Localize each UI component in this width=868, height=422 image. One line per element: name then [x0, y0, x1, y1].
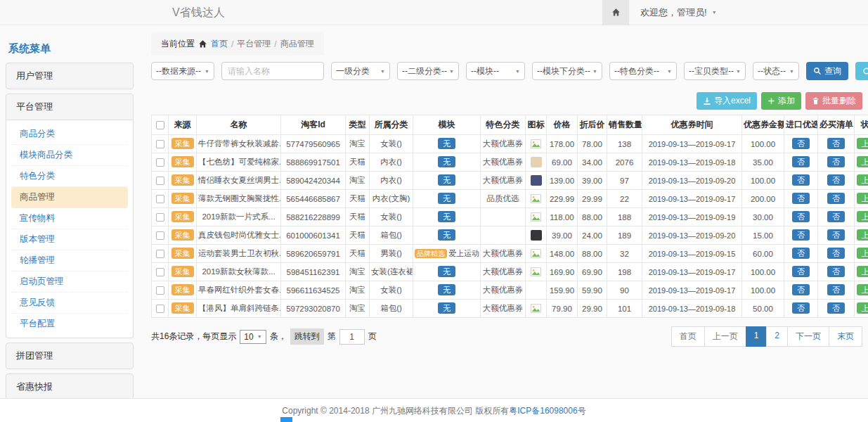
row-checkbox[interactable]: [156, 213, 164, 222]
row-checkbox[interactable]: [156, 231, 164, 240]
select-all-checkbox[interactable]: [156, 121, 164, 129]
navbar-right: 欢迎您，管理员! ▼: [602, 0, 868, 25]
per-page-select[interactable]: 10 ▼: [240, 330, 266, 344]
status-button[interactable]: 上架: [857, 193, 868, 204]
name-search-input[interactable]: [221, 62, 324, 80]
import-select-toggle[interactable]: 否: [792, 229, 810, 241]
must-buy-toggle[interactable]: 否: [827, 156, 845, 167]
taoke-id: 601000601341: [281, 226, 346, 245]
import-select-toggle[interactable]: 否: [792, 284, 810, 295]
row-checkbox[interactable]: [156, 250, 164, 258]
filter-select[interactable]: 一级分类▼: [331, 62, 390, 80]
must-buy-toggle[interactable]: 否: [827, 174, 845, 186]
row-checkbox[interactable]: [156, 286, 164, 295]
pager-button[interactable]: 下一页: [787, 326, 829, 347]
sidebar-subitem[interactable]: 意见反馈: [11, 293, 128, 314]
column-header: 优惠券金额: [742, 115, 784, 135]
must-buy-toggle[interactable]: 否: [827, 284, 845, 295]
module-cell: 无: [413, 135, 481, 153]
sidebar-subitem[interactable]: 版本管理: [11, 229, 128, 250]
import-select-toggle[interactable]: 否: [792, 193, 810, 204]
sidebar-subitem[interactable]: 轮播管理: [11, 250, 128, 271]
row-checkbox[interactable]: [156, 195, 164, 203]
import-excel-button[interactable]: 导入excel: [697, 92, 757, 110]
status-button[interactable]: 上架: [857, 284, 868, 295]
user-menu[interactable]: 欢迎您，管理员! ▼: [629, 0, 868, 25]
filter-select[interactable]: --宝贝类型--▼: [684, 62, 746, 80]
sidebar-group[interactable]: 拼团管理: [6, 343, 134, 369]
sidebar-subitem[interactable]: 商品分类: [11, 124, 128, 145]
module-none-badge[interactable]: 无: [438, 302, 455, 314]
pagination-bar: 共16条记录，每页显示 10 ▼ 条， 跳转到 第 页 首页上一页12下一页末页: [151, 326, 862, 347]
module-none-badge[interactable]: 无: [438, 266, 455, 277]
import-select-toggle[interactable]: 否: [792, 302, 810, 314]
row-checkbox[interactable]: [156, 158, 164, 167]
sidebar-subitem[interactable]: 特色分类: [11, 166, 128, 187]
product-name: 真皮钱包时尚优雅女士...: [197, 226, 281, 245]
sidebar-group-platform[interactable]: 平台管理: [6, 94, 134, 120]
pager-button[interactable]: 1: [746, 326, 767, 347]
pager-button[interactable]: 末页: [829, 326, 862, 347]
batch-delete-button[interactable]: 批量删除: [805, 92, 862, 110]
sidebar-subitem[interactable]: 商品管理: [11, 187, 128, 208]
module-none-badge[interactable]: 无: [438, 193, 455, 204]
module-none-badge[interactable]: 无: [438, 138, 455, 149]
price: 169.90: [547, 263, 578, 281]
trash-icon: [812, 97, 820, 105]
sidebar-subitem[interactable]: 平台配置: [11, 314, 128, 334]
must-buy-toggle[interactable]: 否: [827, 266, 845, 277]
sales-count: 2076: [607, 153, 642, 172]
status-button[interactable]: 上架: [857, 229, 868, 241]
product-name: 情侣睡衣女夏丝绸男士...: [197, 172, 281, 190]
must-buy-toggle[interactable]: 否: [827, 193, 845, 204]
module-none-badge[interactable]: 无: [438, 156, 455, 167]
import-select-toggle[interactable]: 否: [792, 211, 810, 222]
reset-button[interactable]: 重置: [855, 62, 868, 80]
filter-select[interactable]: --状态--▼: [753, 62, 799, 80]
row-checkbox[interactable]: [156, 305, 164, 313]
row-checkbox[interactable]: [156, 177, 164, 185]
must-buy-toggle[interactable]: 否: [827, 211, 845, 222]
status-button[interactable]: 上架: [857, 138, 868, 149]
status-button[interactable]: 上架: [857, 302, 868, 314]
status-button[interactable]: 上架: [857, 266, 868, 277]
row-checkbox[interactable]: [156, 140, 164, 148]
add-button[interactable]: 添加: [761, 92, 801, 110]
status-button[interactable]: 上架: [857, 248, 868, 259]
must-buy-toggle[interactable]: 否: [827, 138, 845, 149]
icp-link[interactable]: 粤ICP备16098006号: [509, 406, 585, 416]
pager-button[interactable]: 2: [766, 326, 788, 347]
sales-count: 22: [607, 190, 642, 208]
must-buy-toggle[interactable]: 否: [827, 229, 845, 241]
status-button[interactable]: 上架: [857, 211, 868, 222]
status-button[interactable]: 上架: [857, 156, 868, 167]
jump-page-input[interactable]: [339, 329, 365, 345]
filter-select[interactable]: --二级分类--▼: [397, 62, 459, 80]
breadcrumb-home-link[interactable]: 首页: [211, 38, 228, 50]
import-select-toggle[interactable]: 否: [792, 266, 810, 277]
module-none-badge[interactable]: 无: [438, 211, 455, 222]
module-none-badge[interactable]: 无: [438, 174, 455, 186]
nav-home-button[interactable]: [602, 0, 629, 25]
filter-select[interactable]: --模块--▼: [466, 62, 525, 80]
must-buy-toggle[interactable]: 否: [827, 248, 845, 259]
jump-to-button[interactable]: 跳转到: [290, 328, 324, 345]
status-button[interactable]: 上架: [857, 174, 868, 186]
sidebar-subitem[interactable]: 模块商品分类: [11, 145, 128, 166]
import-select-toggle[interactable]: 否: [792, 174, 810, 186]
row-checkbox[interactable]: [156, 268, 164, 276]
import-select-toggle[interactable]: 否: [792, 248, 810, 259]
filter-select[interactable]: --特色分类--▼: [609, 62, 677, 80]
sidebar-subitem[interactable]: 启动页管理: [11, 271, 128, 293]
data-source-select[interactable]: --数据来源-- ▼: [151, 62, 214, 80]
import-select-toggle[interactable]: 否: [792, 138, 810, 149]
sidebar-group[interactable]: 省惠快报: [6, 373, 134, 400]
filter-select[interactable]: --模块下分类--▼: [532, 62, 602, 80]
import-select-toggle[interactable]: 否: [792, 156, 810, 167]
sidebar-group-users[interactable]: 用户管理: [6, 63, 134, 89]
sidebar-subitem[interactable]: 宣传物料: [11, 208, 128, 229]
module-none-badge[interactable]: 无: [438, 284, 455, 295]
search-button[interactable]: 查询: [806, 62, 848, 80]
module-none-badge[interactable]: 无: [438, 229, 455, 241]
must-buy-toggle[interactable]: 否: [827, 302, 845, 314]
